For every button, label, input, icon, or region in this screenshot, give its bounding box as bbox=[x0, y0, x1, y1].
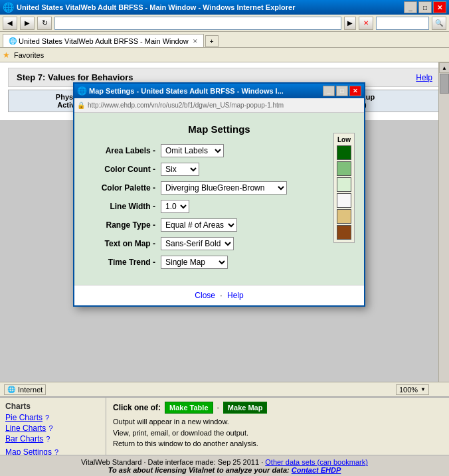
close-button[interactable]: ✕ bbox=[433, 1, 446, 13]
footer-separator: · bbox=[220, 291, 222, 300]
browser-title-bar: 🌐 United States VitalWeb Adult BRFSS - M… bbox=[0, 0, 449, 15]
ie-icon: 🌐 bbox=[3, 2, 14, 13]
color-swatch-6 bbox=[337, 225, 351, 240]
color-palette-control: Diverging BlueGreen-Brown Sequential Gre… bbox=[161, 181, 351, 195]
range-type-control: Equal # of Areas Equal Intervals bbox=[161, 218, 351, 232]
color-swatch-3 bbox=[337, 177, 351, 192]
restore-button[interactable]: □ bbox=[418, 1, 432, 13]
time-trend-row: Time Trend - Single Map Multiple Maps bbox=[88, 256, 351, 269]
time-trend-label: Time Trend - bbox=[88, 258, 161, 267]
color-count-label: Color Count - bbox=[88, 165, 161, 174]
popup-toolbar: 🔒 http://www.ehdp.com/vn/ro/usu2/bf1/dgw… bbox=[74, 98, 364, 113]
tab-bar: 🌐 United States VitalWeb Adult BRFSS - M… bbox=[0, 32, 449, 48]
area-labels-control: Omit Labels Show Labels bbox=[161, 144, 351, 157]
color-swatch-5 bbox=[337, 209, 351, 224]
range-type-label: Range Type - bbox=[88, 220, 161, 230]
popup-help-link[interactable]: Help bbox=[227, 291, 244, 300]
main-content-area: Step 7: Values for Behaviors Help Physic… bbox=[0, 62, 449, 476]
text-on-map-label: Text on Map - bbox=[88, 239, 161, 248]
color-palette-select[interactable]: Diverging BlueGreen-Brown Sequential Gre… bbox=[161, 181, 287, 195]
range-type-row: Range Type - Equal # of Areas Equal Inte… bbox=[88, 218, 351, 232]
refresh-button[interactable]: ↻ bbox=[37, 17, 52, 30]
popup-restore-button[interactable]: □ bbox=[336, 86, 348, 96]
line-width-label: Line Width - bbox=[88, 202, 161, 211]
legend-low-label: Low bbox=[337, 136, 351, 143]
area-labels-select[interactable]: Omit Labels Show Labels bbox=[161, 144, 224, 157]
time-trend-select[interactable]: Single Map Multiple Maps bbox=[161, 256, 228, 269]
stop-button[interactable]: ✕ bbox=[359, 17, 373, 30]
new-tab-button[interactable]: + bbox=[205, 35, 219, 47]
color-swatch-1 bbox=[337, 145, 351, 160]
color-count-row: Color Count - TwoThreeFourFiveSix bbox=[88, 163, 351, 176]
popup-address: http://www.ehdp.com/vn/ro/usu2/bf1/dgw/e… bbox=[88, 102, 284, 109]
search-input[interactable]: vitalnet bbox=[376, 17, 429, 30]
area-labels-label: Area Labels - bbox=[88, 146, 161, 155]
range-type-select[interactable]: Equal # of Areas Equal Intervals bbox=[161, 218, 237, 232]
color-count-control: TwoThreeFourFiveSix bbox=[161, 163, 351, 176]
color-count-select[interactable]: TwoThreeFourFiveSix bbox=[161, 163, 199, 176]
color-palette-row: Color Palette - Diverging BlueGreen-Brow… bbox=[88, 181, 351, 195]
line-width-control: 0.51.01.52.0 bbox=[161, 200, 351, 213]
popup-ie-icon: 🌐 bbox=[77, 86, 86, 96]
favorites-icon: ★ bbox=[3, 50, 10, 60]
time-trend-control: Single Map Multiple Maps bbox=[161, 256, 351, 269]
popup-body: Map Settings Area Labels - Omit Labels S… bbox=[74, 113, 364, 285]
popup-heading: Map Settings bbox=[88, 123, 351, 135]
popup-minimize-button[interactable]: _ bbox=[323, 86, 335, 96]
popup-window: 🌐 Map Settings - United States Adult BRF… bbox=[73, 82, 365, 307]
tab-label: United States VitalWeb Adult BRFSS - Mai… bbox=[19, 37, 189, 45]
forward-button[interactable]: ▶ bbox=[20, 17, 35, 30]
area-labels-row: Area Labels - Omit Labels Show Labels bbox=[88, 144, 351, 157]
color-swatch-2 bbox=[337, 161, 351, 176]
search-button[interactable]: 🔍 bbox=[432, 17, 446, 30]
back-button[interactable]: ◀ bbox=[3, 17, 17, 30]
popup-overlay: 🌐 Map Settings - United States Adult BRF… bbox=[0, 62, 449, 476]
window-controls: _ □ ✕ bbox=[404, 1, 446, 13]
popup-title-bar: 🌐 Map Settings - United States Adult BRF… bbox=[74, 84, 364, 98]
text-on-map-select[interactable]: Sans-Serif Bold Serif Bold None bbox=[161, 237, 234, 250]
address-bar[interactable]: http://www.ehdp.com/vn/ro/usu2/bf/ bbox=[54, 17, 341, 30]
popup-controls: _ □ ✕ bbox=[323, 86, 361, 96]
color-legend: Low bbox=[333, 133, 355, 243]
popup-close-button[interactable]: ✕ bbox=[349, 86, 361, 96]
popup-lock-icon: 🔒 bbox=[77, 102, 85, 109]
popup-close-link[interactable]: Close bbox=[195, 291, 215, 300]
text-on-map-control: Sans-Serif Bold Serif Bold None bbox=[161, 237, 351, 250]
line-width-select[interactable]: 0.51.01.52.0 bbox=[161, 200, 189, 213]
text-on-map-row: Text on Map - Sans-Serif Bold Serif Bold… bbox=[88, 237, 351, 250]
line-width-row: Line Width - 0.51.01.52.0 bbox=[88, 200, 351, 213]
popup-title: Map Settings - United States Adult BRFSS… bbox=[89, 87, 323, 95]
browser-toolbar: ◀ ▶ ↻ http://www.ehdp.com/vn/ro/usu2/bf/… bbox=[0, 15, 449, 32]
color-palette-label: Color Palette - bbox=[88, 183, 161, 193]
main-tab[interactable]: 🌐 United States VitalWeb Adult BRFSS - M… bbox=[3, 34, 204, 47]
popup-footer: Close · Help bbox=[74, 285, 364, 305]
color-swatch-4 bbox=[337, 193, 351, 208]
favorites-label[interactable]: Favorites bbox=[14, 51, 44, 59]
browser-title: United States VitalWeb Adult BRFSS - Mai… bbox=[17, 3, 404, 11]
go-button[interactable]: ▶ bbox=[344, 17, 356, 30]
favorites-bar: ★ Favorites bbox=[0, 48, 449, 62]
minimize-button[interactable]: _ bbox=[404, 1, 417, 13]
